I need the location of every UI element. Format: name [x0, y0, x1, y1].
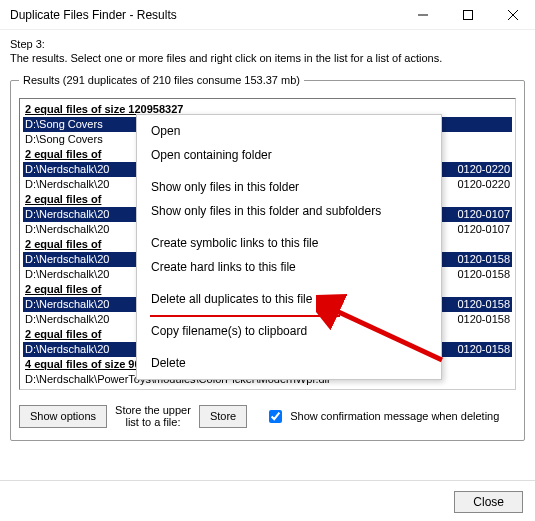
svg-rect-0 — [463, 10, 472, 19]
list-item-date: 0120-0158 — [450, 342, 512, 357]
annotation-arrow — [316, 294, 446, 366]
context-menu-item[interactable]: Show only files in this folder and subfo… — [137, 199, 441, 223]
list-item-date — [450, 117, 512, 132]
footer-divider — [0, 480, 535, 481]
minimize-button[interactable] — [400, 0, 445, 30]
list-item-date — [450, 132, 512, 147]
store-label: Store the upperlist to a file: — [109, 404, 197, 428]
window-close-button[interactable] — [490, 0, 535, 30]
list-item-date: 0120-0158 — [450, 267, 512, 282]
annotation-underline — [150, 315, 340, 317]
results-group: Results (291 duplicates of 210 files con… — [10, 74, 525, 441]
svg-line-2 — [330, 308, 442, 360]
list-item-date — [450, 372, 512, 386]
store-button[interactable]: Store — [199, 405, 247, 428]
close-button[interactable]: Close — [454, 491, 523, 513]
results-legend: Results (291 duplicates of 210 files con… — [19, 74, 304, 86]
context-menu-separator — [137, 167, 441, 175]
context-menu-item[interactable]: Show only files in this folder — [137, 175, 441, 199]
list-item-date: 0120-0107 — [450, 222, 512, 237]
show-options-button[interactable]: Show options — [19, 405, 107, 428]
maximize-button[interactable] — [445, 0, 490, 30]
context-menu-separator — [137, 223, 441, 231]
confirm-delete-checkbox[interactable]: Show confirmation message when deleting — [265, 407, 499, 426]
confirm-delete-checkbox-input[interactable] — [269, 410, 282, 423]
context-menu-item[interactable]: Open containing folder — [137, 143, 441, 167]
list-item-date: 0120-0107 — [450, 207, 512, 222]
list-item-date: 0120-0158 — [450, 297, 512, 312]
step-label: Step 3: — [10, 38, 525, 50]
window-title: Duplicate Files Finder - Results — [10, 8, 400, 22]
titlebar: Duplicate Files Finder - Results — [0, 0, 535, 30]
list-item-date: 0120-0220 — [450, 162, 512, 177]
list-item-date: 0120-0220 — [450, 177, 512, 192]
context-menu-item[interactable]: Open — [137, 119, 441, 143]
context-menu-item[interactable]: Create hard links to this file — [137, 255, 441, 279]
context-menu-separator — [137, 279, 441, 287]
confirm-delete-checkbox-label: Show confirmation message when deleting — [290, 410, 499, 422]
instruction-text: The results. Select one or more files an… — [10, 52, 525, 64]
list-item-date: 0120-0158 — [450, 252, 512, 267]
list-item-date: 0120-0158 — [450, 312, 512, 327]
context-menu-item[interactable]: Create symbolic links to this file — [137, 231, 441, 255]
